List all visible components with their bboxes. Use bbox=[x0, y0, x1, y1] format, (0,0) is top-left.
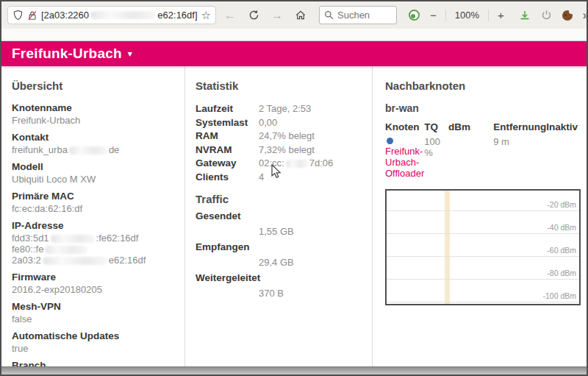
shield-icon[interactable] bbox=[12, 10, 24, 21]
neighbor-dbm bbox=[448, 136, 493, 179]
mouse-cursor bbox=[270, 164, 283, 179]
redacted-blur bbox=[51, 235, 95, 243]
neighbor-distance: 9 m bbox=[493, 136, 546, 179]
overview-item: Mesh-VPN false bbox=[12, 301, 176, 324]
neighbors-column-header: Inaktiv bbox=[546, 121, 578, 136]
overview-item: Branch stable bbox=[12, 360, 176, 366]
overview-label: IP-Adresse bbox=[12, 220, 176, 231]
chart-gridline bbox=[387, 210, 579, 211]
statistic-label: Laufzeit bbox=[196, 102, 259, 116]
extension-icon[interactable] bbox=[409, 10, 420, 21]
toolbar-divider bbox=[488, 10, 489, 21]
page-title: Freifunk-Urbach bbox=[12, 46, 122, 62]
neighbors-column-header: TQ bbox=[424, 121, 448, 136]
power-icon[interactable] bbox=[541, 10, 552, 21]
statistic-label: Systemlast bbox=[196, 116, 259, 130]
redacted-blur bbox=[45, 246, 87, 254]
overview-value: freifunk_urbade bbox=[12, 144, 176, 155]
chart-gridline bbox=[387, 279, 579, 280]
chart-highlight-band bbox=[445, 191, 450, 304]
search-placeholder: Suchen bbox=[337, 10, 370, 21]
overview-item: Kontakt freifunk_urbade bbox=[12, 132, 176, 155]
statistics-heading: Statistik bbox=[196, 79, 365, 92]
zoom-level-indicator[interactable]: 100% bbox=[455, 10, 479, 21]
bookmark-star-icon[interactable]: ☆ bbox=[201, 9, 211, 22]
redacted-blur bbox=[90, 11, 156, 19]
traffic-value: 1,55 GB bbox=[259, 226, 365, 237]
neighbors-column-header: Entfernung bbox=[493, 121, 546, 136]
overview-value: fc:ec:da:62:16:df bbox=[12, 203, 176, 214]
search-icon bbox=[324, 10, 334, 20]
chart-tick-label: -60 dBm bbox=[547, 246, 576, 255]
overview-label: Kontakt bbox=[12, 132, 176, 143]
node-title-dropdown[interactable]: Freifunk-Urbach ▾ bbox=[1, 41, 587, 66]
search-bar[interactable]: Suchen bbox=[319, 6, 397, 24]
statistic-value: 7,32% belegt bbox=[259, 143, 315, 157]
traffic-item: Gesendet 1,55 GB bbox=[196, 210, 365, 237]
overview-item: Knotenname Freifunk-Urbach bbox=[12, 102, 176, 126]
traffic-label: Weitergeleitet bbox=[196, 272, 365, 284]
cookie-icon[interactable] bbox=[562, 10, 573, 21]
download-icon[interactable] bbox=[519, 10, 531, 21]
chart-gridline bbox=[387, 256, 579, 257]
neighbor-tq: 100 % bbox=[424, 136, 448, 179]
overview-list: Knotenname Freifunk-Urbach Kontakt freif… bbox=[12, 102, 176, 366]
neighbors-column-header: Knoten bbox=[385, 121, 424, 136]
overview-value: Ubiquiti Loco M XW bbox=[12, 174, 176, 185]
node-status-dot-icon bbox=[387, 138, 393, 144]
overview-item: Primäre MAC fc:ec:da:62:16:df bbox=[12, 191, 176, 214]
chart-gridline bbox=[387, 302, 579, 302]
traffic-value: 29,4 GB bbox=[259, 257, 365, 268]
window-bottom-bar bbox=[1, 366, 587, 375]
overflow-chevrons-icon[interactable]: » bbox=[583, 9, 588, 22]
zoom-out-button[interactable]: − bbox=[430, 9, 437, 21]
traffic-heading: Traffic bbox=[196, 193, 365, 205]
statistic-value: 2 Tage, 2:53 bbox=[259, 102, 311, 116]
neighbors-table-header-row: KnotenTQdBmEntfernungInaktiv bbox=[385, 121, 578, 136]
insecure-lock-icon[interactable] bbox=[27, 10, 37, 21]
statistic-row: Systemlast 0,00 bbox=[196, 116, 365, 130]
overview-value: true bbox=[12, 343, 176, 354]
url-suffix: e62:16df] bbox=[157, 10, 197, 21]
statistics-panel: Statistik Laufzeit 2 Tage, 2:53 Systemla… bbox=[185, 66, 373, 366]
overview-item: Automatische Updates true bbox=[12, 330, 176, 354]
chart-tick-label: -20 dBm bbox=[547, 200, 576, 210]
overview-label: Primäre MAC bbox=[12, 191, 176, 202]
redacted-blur bbox=[286, 160, 308, 168]
overview-value: 2016.2-exp20180205 bbox=[12, 284, 176, 295]
statistic-row: Laufzeit 2 Tage, 2:53 bbox=[196, 102, 365, 116]
interface-name: br-wan bbox=[385, 102, 578, 114]
chevron-down-icon: ▾ bbox=[128, 49, 132, 59]
toolbar-divider bbox=[445, 10, 446, 21]
neighbors-table-body: Freifunk-Urbach-Offloader 100 % 9 m bbox=[385, 136, 578, 179]
browser-window: [2a03:2260 e62:16df] ☆ ← → bbox=[0, 0, 588, 376]
forward-button[interactable]: → bbox=[268, 6, 287, 25]
neighbor-inactive bbox=[546, 136, 578, 179]
overview-heading: Übersicht bbox=[12, 79, 176, 92]
statistic-label: NVRAM bbox=[196, 143, 259, 157]
traffic-value: 370 B bbox=[259, 288, 365, 299]
home-button[interactable] bbox=[291, 6, 310, 25]
reload-button[interactable] bbox=[244, 6, 263, 25]
url-bar[interactable]: [2a03:2260 e62:16df] ☆ bbox=[7, 6, 216, 24]
statistic-value: 24,7% belegt bbox=[259, 130, 315, 143]
neighbor-row: Freifunk-Urbach-Offloader 100 % 9 m bbox=[385, 136, 578, 179]
statistic-label: Clients bbox=[196, 171, 259, 185]
back-button[interactable]: ← bbox=[220, 6, 240, 25]
chart-tick-label: -40 dBm bbox=[547, 223, 576, 233]
overview-label: Automatische Updates bbox=[12, 330, 176, 341]
page-content: Übersicht Knotenname Freifunk-Urbach Kon… bbox=[1, 66, 587, 366]
overview-item: Modell Ubiquiti Loco M XW bbox=[12, 161, 176, 185]
statistic-row: NVRAM 7,32% belegt bbox=[196, 143, 365, 157]
zoom-in-button[interactable]: + bbox=[498, 9, 504, 21]
overview-label: Modell bbox=[12, 161, 176, 172]
redacted-blur bbox=[43, 257, 107, 265]
overview-value: fdd3:5d1:fe62:16dffe80::fe2a03:2e62:16df bbox=[12, 233, 176, 266]
overview-label: Firmware bbox=[12, 272, 176, 283]
traffic-item: Weitergeleitet 370 B bbox=[196, 272, 365, 299]
neighbor-node-link[interactable]: Freifunk-Urbach-Offloader bbox=[385, 146, 424, 179]
neighbors-column-header: dBm bbox=[448, 121, 493, 136]
overview-panel: Übersicht Knotenname Freifunk-Urbach Kon… bbox=[1, 66, 185, 366]
overview-label: Knotenname bbox=[12, 102, 176, 113]
url-text[interactable]: [2a03:2260 e62:16df] bbox=[41, 10, 198, 21]
